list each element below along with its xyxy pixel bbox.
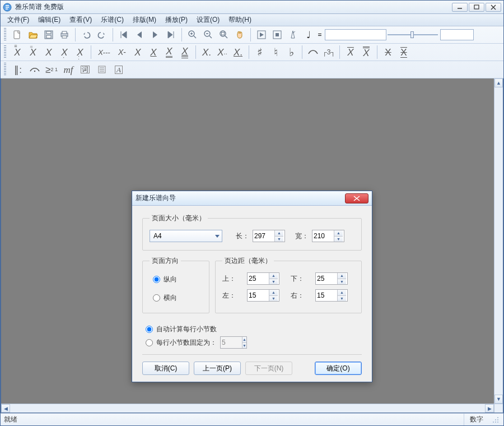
landscape-radio[interactable] bbox=[153, 294, 160, 302]
cancel-button[interactable]: 取消(C) bbox=[142, 362, 189, 375]
spin-up-icon[interactable]: ▲ bbox=[334, 230, 343, 237]
tie-icon[interactable] bbox=[306, 45, 320, 59]
tempo-slider[interactable] bbox=[388, 29, 438, 40]
maximize-button[interactable] bbox=[469, 3, 484, 12]
pan-icon[interactable] bbox=[232, 27, 247, 42]
menu-edit[interactable]: 编辑(E) bbox=[34, 14, 65, 26]
length-input[interactable] bbox=[253, 231, 274, 241]
open-icon[interactable] bbox=[26, 27, 40, 42]
new-icon[interactable] bbox=[10, 27, 25, 42]
orientation-portrait-option[interactable]: 纵向 bbox=[153, 275, 202, 284]
margin-bottom-input[interactable] bbox=[316, 274, 337, 284]
accent-icon[interactable]: ≥2 1 bbox=[44, 62, 59, 77]
paper-preset-combo[interactable]: A4 bbox=[150, 230, 222, 242]
orientation-landscape-option[interactable]: 横向 bbox=[153, 293, 202, 303]
length-spinner[interactable]: ▲▼ bbox=[253, 230, 285, 242]
metronome-icon[interactable] bbox=[286, 27, 300, 42]
nav-first-icon[interactable] bbox=[116, 27, 131, 42]
zoom-in-icon[interactable] bbox=[185, 27, 200, 42]
redo-icon[interactable] bbox=[95, 27, 109, 42]
repeat-start-icon[interactable]: ‖: bbox=[10, 62, 26, 77]
spin-down-icon[interactable]: ▼ bbox=[337, 296, 346, 302]
portrait-radio[interactable] bbox=[153, 276, 160, 283]
dotted-eighth-icon[interactable]: X. bbox=[231, 45, 245, 59]
fixed-bars-option[interactable]: 每行小节数固定为： ▲▼ bbox=[146, 336, 362, 349]
rest1-icon[interactable]: X bbox=[381, 45, 395, 59]
note-x-double-over-icon[interactable]: X= bbox=[26, 45, 40, 59]
margin-left-spinner[interactable]: ▲▼ bbox=[247, 289, 279, 302]
nav-prev-icon[interactable] bbox=[132, 27, 147, 42]
duration-quarter-icon[interactable]: X bbox=[130, 45, 145, 59]
spin-up-icon[interactable]: ▲ bbox=[269, 273, 278, 279]
margin-right-spinner[interactable]: ▲▼ bbox=[315, 289, 348, 302]
dynamic-mf-icon[interactable]: mf bbox=[60, 62, 76, 77]
lyric-icon[interactable]: 词 bbox=[77, 62, 93, 77]
minimize-button[interactable] bbox=[452, 3, 468, 12]
stop-icon[interactable] bbox=[270, 27, 284, 42]
spin-down-icon[interactable]: ▼ bbox=[274, 237, 283, 242]
tempo-input[interactable] bbox=[325, 29, 386, 40]
triplet-icon[interactable]: ┌3┐ bbox=[321, 45, 336, 59]
margin-top-spinner[interactable]: ▲▼ bbox=[247, 272, 279, 285]
scroll-left-icon[interactable]: ◀ bbox=[1, 404, 10, 413]
zoom-fit-icon[interactable] bbox=[217, 27, 231, 42]
play-icon[interactable] bbox=[254, 27, 269, 42]
staff-lines-icon[interactable] bbox=[94, 62, 110, 77]
spin-down-icon[interactable]: ▼ bbox=[269, 279, 278, 285]
resize-grip-icon[interactable] bbox=[491, 415, 500, 424]
print-icon[interactable] bbox=[57, 27, 72, 42]
toolbar-grip[interactable] bbox=[4, 63, 7, 76]
close-button[interactable] bbox=[486, 3, 501, 12]
fixed-bars-radio[interactable] bbox=[146, 339, 153, 346]
note-x-dots-under-icon[interactable]: X: bbox=[73, 45, 87, 59]
menu-play[interactable]: 播放(P) bbox=[161, 14, 192, 26]
scroll-up-icon[interactable]: ▲ bbox=[494, 78, 503, 87]
flat-icon[interactable]: ♭ bbox=[284, 45, 298, 59]
menu-score[interactable]: 乐谱(C) bbox=[96, 14, 128, 26]
toolbar-grip[interactable] bbox=[4, 28, 7, 41]
undo-icon[interactable] bbox=[79, 27, 94, 42]
font-style-icon[interactable]: A bbox=[111, 62, 127, 77]
spin-down-icon[interactable]: ▼ bbox=[334, 237, 343, 242]
menu-settings[interactable]: 设置(O) bbox=[192, 14, 224, 26]
ok-button[interactable]: 确定(O) bbox=[315, 362, 362, 375]
margin-left-input[interactable] bbox=[248, 290, 269, 300]
horizontal-scrollbar[interactable]: ◀ ▶ bbox=[1, 404, 494, 413]
scroll-right-icon[interactable]: ▶ bbox=[485, 404, 494, 413]
duration-sixteenth-icon[interactable]: X bbox=[162, 45, 176, 59]
spin-up-icon[interactable]: ▲ bbox=[269, 290, 278, 296]
note-x-dot-under-icon[interactable]: X· bbox=[57, 45, 72, 59]
width-spinner[interactable]: ▲▼ bbox=[312, 230, 344, 242]
menu-view[interactable]: 查看(V) bbox=[65, 14, 96, 26]
scroll-down-icon[interactable]: ▼ bbox=[494, 395, 503, 404]
nav-next-icon[interactable] bbox=[148, 27, 162, 42]
margin-right-input[interactable] bbox=[316, 290, 337, 300]
menu-help[interactable]: 帮助(H) bbox=[224, 14, 256, 26]
dotted-icon[interactable]: X. bbox=[199, 45, 214, 59]
spin-up-icon[interactable]: ▲ bbox=[274, 230, 283, 237]
margin-bottom-spinner[interactable]: ▲▼ bbox=[315, 272, 348, 285]
duration-half-icon[interactable]: X- bbox=[115, 45, 129, 59]
duration-whole-icon[interactable]: X--- bbox=[95, 45, 114, 59]
spin-down-icon[interactable]: ▼ bbox=[337, 279, 346, 285]
dialog-title-bar[interactable]: 新建乐谱向导 bbox=[132, 191, 372, 206]
menu-layout[interactable]: 排版(M) bbox=[128, 14, 161, 26]
rest2-icon[interactable]: X bbox=[396, 45, 411, 59]
spin-down-icon[interactable]: ▼ bbox=[269, 296, 278, 302]
margin-top-input[interactable] bbox=[248, 274, 269, 284]
spin-up-icon[interactable]: ▲ bbox=[337, 290, 346, 296]
note-x-icon[interactable]: X bbox=[41, 45, 56, 59]
dialog-close-button[interactable] bbox=[345, 193, 368, 203]
prev-page-button[interactable]: 上一页(P) bbox=[194, 362, 241, 375]
x-under2-icon[interactable]: X bbox=[359, 45, 374, 59]
zoom-out-icon[interactable] bbox=[201, 27, 216, 42]
vertical-scrollbar[interactable]: ▲ ▼ bbox=[494, 78, 503, 404]
save-icon[interactable] bbox=[41, 27, 56, 42]
double-dotted-icon[interactable]: X.. bbox=[215, 45, 230, 59]
x-under1-icon[interactable]: X bbox=[343, 45, 358, 59]
nav-last-icon[interactable] bbox=[164, 27, 178, 42]
toolbar-grip[interactable] bbox=[4, 45, 7, 59]
slur-icon[interactable] bbox=[27, 62, 43, 77]
natural-icon[interactable]: ♮ bbox=[268, 45, 283, 59]
duration-thirtysecond-icon[interactable]: X bbox=[178, 45, 192, 59]
